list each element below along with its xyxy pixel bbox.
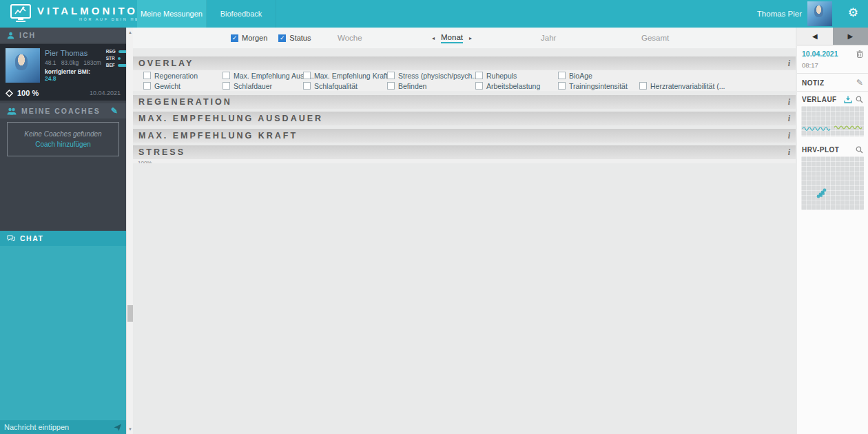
send-icon[interactable] [114,424,122,431]
info-icon[interactable]: i [788,147,790,158]
overlay-option[interactable]: Befinden [387,81,426,91]
info-icon[interactable]: i [788,114,790,124]
overlay-option[interactable]: Gewicht [143,81,180,91]
topbar: VITALMONITOR HÖR AUF DEIN HERZ Meine Mes… [0,0,868,28]
brand-tagline: HÖR AUF DEIN HERZ [37,17,148,21]
checkbox-icon[interactable] [223,82,230,90]
add-coach-link[interactable]: Coach hinzufügen [35,141,91,148]
trash-icon[interactable] [856,50,863,58]
ausdauer-title: MAX. EMPFEHLUNG AUSDAUER [138,114,323,123]
verlauf-thumbnail[interactable] [801,106,864,136]
profile-name: Pier Thomas [45,49,101,57]
brand-name: VITALMONITOR [37,5,148,17]
diamond-icon [6,90,13,97]
zoom-verlauf-icon[interactable] [856,96,863,103]
profile-avatar[interactable] [6,48,40,83]
vitalmonitor-app: VITALMONITOR HÖR AUF DEIN HERZ Meine Mes… [0,0,868,434]
overlay-option[interactable]: Arbeitsbelastung [475,81,540,91]
range-prev-icon[interactable]: ◂ [432,35,435,41]
scrollbar-thumb[interactable] [127,305,133,322]
checkbox-icon[interactable] [558,82,566,90]
toggle-status[interactable]: ✓Status [278,34,311,42]
range-woche[interactable]: Woche [338,28,362,48]
checkbox-icon[interactable] [303,72,311,79]
logo: VITALMONITOR HÖR AUF DEIN HERZ [10,3,148,23]
chat-messages-area[interactable] [0,246,126,420]
info-icon[interactable]: i [788,59,790,69]
range-next-icon[interactable]: ▸ [469,35,472,41]
tab-meine-messungen[interactable]: Meine Messungen [137,0,207,28]
main-scrollbar[interactable]: ▲ ▼ [126,28,133,434]
checkbox-icon[interactable] [387,72,395,79]
toggle-morgen[interactable]: ✓Morgen [231,34,267,42]
overlay-option[interactable]: Trainingsintensität [558,81,628,91]
stress-title: STRESS [138,147,185,157]
overlay-option[interactable]: Herzratenvariabilität (... [639,81,725,91]
toggle-group: ✓Morgen✓Status [231,28,311,48]
verlauf-sparkline [801,106,864,136]
checkbox-icon[interactable] [143,82,151,90]
prev-day-button[interactable]: ◀ [797,28,833,45]
checkbox-icon[interactable] [387,82,395,90]
left-sidebar: ICH Pier Thomas 48.1 83.0kg 183cm korrig… [0,28,126,434]
overlay-option-label: Ruhepuls [486,72,517,80]
range-jahr[interactable]: Jahr [541,28,556,48]
overlay-option[interactable]: Ruhepuls [475,70,517,81]
time-controls: ✓Morgen✓Status Woche◂Monat▸JahrGesamt [133,28,796,48]
range-gesamt[interactable]: Gesamt [641,28,669,48]
coaches-header: MEINE COACHES ✎ [0,103,126,118]
edit-note-pencil-icon[interactable]: ✎ [856,78,863,87]
edit-coaches-pencil-icon[interactable]: ✎ [111,106,119,116]
overlay-option-label: Schlafqualität [314,82,358,90]
overlay-option-label: Gewicht [154,82,180,90]
settings-gear-icon[interactable]: ⚙ [848,6,858,20]
overlay-option-label: Stress (physisch/psych... [398,72,478,80]
checkbox-icon[interactable]: ✓ [278,34,286,42]
overlay-option[interactable]: Max. Empfehlung Ausd... [223,70,314,81]
chat-bubble-icon [7,235,15,242]
zoom-hrv-icon[interactable] [856,146,863,154]
chat-title: CHAT [20,234,43,242]
hrv-plot-thumbnail[interactable] [801,156,864,210]
overlay-option[interactable]: Schlafqualität [303,81,358,91]
user-avatar[interactable] [807,1,832,26]
range-label: Woche [338,34,362,42]
checkbox-icon[interactable] [303,82,311,90]
download-icon[interactable] [844,96,852,103]
checkbox-icon[interactable] [639,82,647,90]
main-tabs: Meine Messungen Biofeedback [137,0,276,28]
selected-time: 08:17 [797,61,868,73]
bmi-label: korrigierter BMI: [45,68,90,75]
info-icon[interactable]: i [788,131,790,141]
stress-chart: 100% [133,159,796,163]
checkbox-icon[interactable]: ✓ [231,34,238,42]
range-label: Jahr [541,34,556,42]
overlay-option[interactable]: Regeneration [143,70,198,81]
profile-date: 10.04.2021 [90,90,121,96]
checkbox-icon[interactable] [558,72,566,79]
overlay-option[interactable]: Stress (physisch/psych... [387,70,478,81]
chat-input-row [0,420,126,434]
overlay-option-label: Max. Empfehlung Ausd... [234,72,314,80]
checkbox-icon[interactable] [223,72,230,79]
right-panel: ◀ ▶ 10.04.2021 08:17 NOTIZ ✎ VERLAUF [797,28,868,434]
checkbox-icon[interactable] [143,72,151,79]
overlay-option[interactable]: Max. Empfehlung Kraft [303,70,388,81]
tab-biofeedback[interactable]: Biofeedback [207,0,276,28]
section-overlay: OVERLAY i RegenerationMax. Empfehlung Au… [133,56,796,91]
checkbox-icon[interactable] [475,72,483,79]
coaches-empty-text: Keine Coaches gefunden [24,130,101,138]
section-ausdauer: MAX. EMPFEHLUNG AUSDAUER i [133,112,796,125]
overlay-option[interactable]: Schlafdauer [223,81,272,91]
overlay-option-label: Herzratenvariabilität (... [650,82,725,90]
overlay-title: OVERLAY [138,59,194,68]
range-monat[interactable]: ◂Monat▸ [426,28,478,48]
next-day-button[interactable]: ▶ [833,28,868,45]
overlay-option[interactable]: BioAge [558,70,592,81]
person-icon [7,32,14,39]
overlay-option-label: Schlafdauer [234,82,272,90]
info-icon[interactable]: i [788,97,790,107]
checkbox-icon[interactable] [475,82,483,90]
chat-message-input[interactable] [4,423,111,431]
toggle-label: Morgen [242,34,267,42]
